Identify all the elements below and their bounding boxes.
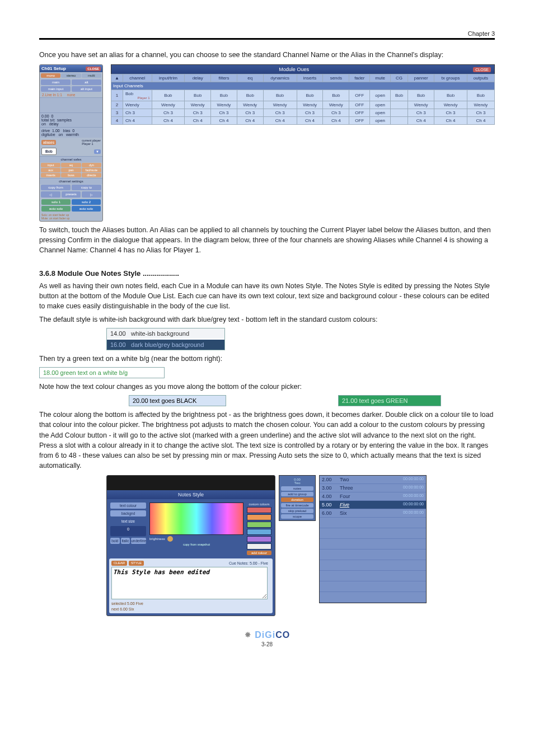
alt-btn[interactable]: alt [72, 79, 101, 85]
line-in: 2.Line In 1:1 [42, 93, 62, 97]
auto-solo1[interactable]: auto solo [41, 206, 71, 212]
table-row[interactable]: 1BobPlayer 1BobBobBobBobBobBobBobOFFopen… [111, 90, 495, 101]
swatch-greentxt: 21.00 text goes GREEN [338, 395, 441, 406]
bold-btn[interactable]: bold [110, 538, 120, 544]
style-p2: The default style is white-ish backgroun… [39, 314, 495, 325]
brightness-label: brightness [149, 537, 165, 541]
side-top: 0.00 Two [281, 477, 313, 485]
solo1[interactable]: solo 1 [41, 199, 71, 205]
main-input-btn[interactable]: main input [41, 86, 71, 92]
ch01-setup-panel: Ch01 Setup CLOSE mono stereo multi main … [39, 64, 103, 222]
side-timecode[interactable]: fire at timecode [281, 503, 313, 508]
channel-safes: input eq dyn aux pan fad/mute inserts bu… [40, 162, 102, 178]
selected-cue-label: selected 5.00 Five [111, 602, 270, 605]
between-1: Then try a green text on a white b/g (ne… [39, 354, 495, 364]
auto-solo2[interactable]: auto solo [72, 206, 101, 212]
between-3: The colour along the bottom is affected … [39, 410, 495, 471]
tab-mono[interactable]: mono [41, 73, 60, 78]
list-item[interactable]: 6.00Six00:00:00:00 [320, 509, 426, 518]
alias-value[interactable]: Bob [41, 148, 57, 155]
page-number: 3-28 [39, 641, 495, 647]
brand-logo: ⁕ DiGiCO [39, 630, 495, 640]
table-header: ▲ channel input/trim delay filters eq dy… [111, 74, 495, 82]
side-preload[interactable]: skip preload [281, 509, 313, 513]
copy-from-snapshot[interactable]: copy from snapshot [149, 543, 243, 546]
routing-area [40, 97, 102, 112]
solo2[interactable]: solo 2 [72, 199, 101, 205]
list-item[interactable]: 5.00Five00:00:00:00 [320, 501, 426, 509]
custom-label: custom colours [247, 503, 271, 506]
next-cue-label: next 6.00 Six [111, 607, 270, 611]
current-player[interactable]: current player Player 1 [82, 139, 101, 145]
table-row[interactable]: 3Ch 3Ch 3Ch 3Ch 3Ch 3Ch 3Ch 3Ch 3OFFopen… [111, 109, 495, 117]
module-title: Module Oues [115, 67, 473, 72]
close-button[interactable]: CLOSE [86, 67, 101, 71]
aliases-button[interactable]: aliases [41, 140, 56, 145]
category-row: Input Channels [111, 82, 495, 90]
notes-style-panel: Notes Style text colour backgnd text siz… [106, 475, 275, 616]
swatch-dark: 16.00 dark blue/grey background [107, 340, 224, 350]
list-item[interactable]: 3.00Three00:00:00:00 [320, 484, 426, 492]
digitube-block: drive 1.00 bias 0 digitube on warmth [40, 127, 102, 138]
alias-dropdown[interactable]: ▼ [94, 149, 101, 154]
line-alt: none [67, 93, 75, 97]
underline-btn[interactable]: underline [131, 538, 146, 544]
prev-preset[interactable]: ◁ [41, 191, 60, 198]
text-size-label: text size [110, 518, 146, 524]
tab-stereo[interactable]: stereo [61, 73, 81, 78]
italic-btn[interactable]: italic [121, 538, 130, 544]
intro-1: Once you have set an alias for a channel… [39, 50, 495, 60]
cue-side-panel: 0.00 Two notes add to group duration fir… [279, 475, 316, 521]
swatch-black: 20.00 text goes BLACK [129, 395, 226, 406]
notes-title: Notes Style [107, 490, 275, 499]
cue-notes-label: Cue Notes: 5.00 - Five [227, 561, 270, 566]
list-item[interactable]: 4.00Four00:00:00:00 [320, 492, 426, 501]
safes-header: channel safes [40, 156, 102, 162]
rule-top [39, 38, 495, 40]
module-oues-panel: Module Oues CLOSE ▲ channel input/trim d… [111, 64, 495, 125]
side-duration[interactable]: duration [281, 497, 313, 502]
tab-multi[interactable]: multi [82, 73, 101, 78]
delay-block: 0.00 0 total s/c samples on delay [40, 112, 102, 127]
list-item[interactable]: 2.00Two00:00:00:00 [320, 476, 426, 484]
add-colour-btn[interactable]: add colour [247, 551, 271, 555]
alt-input-btn[interactable]: alt input [72, 86, 101, 92]
setup-footer: Solo: on start fader up Mute: on start f… [40, 213, 102, 221]
notes-textarea[interactable] [111, 567, 268, 599]
table-row[interactable]: 4Ch 4Ch 4Ch 4Ch 4Ch 4Ch 4Ch 4Ch 4OFFopen… [111, 117, 495, 125]
swatch-pair-1: 14.00 white-ish background 16.00 dark bl… [106, 328, 225, 350]
side-addgroup[interactable]: add to group [281, 492, 313, 496]
swatch-green: 18.00 green text on a white b/g [39, 367, 165, 378]
backgnd-btn[interactable]: backgnd [110, 510, 146, 516]
copy-to[interactable]: copy to [72, 185, 101, 190]
text-colour-btn[interactable]: text colour [110, 503, 146, 509]
panel-title: Ch01 Setup [41, 66, 66, 71]
chapter-head: Chapter 3 [39, 30, 495, 37]
style-p1: As well as having their own notes field,… [39, 281, 495, 311]
settings-header: channel settings [40, 178, 102, 184]
main-btn[interactable]: main [41, 79, 71, 85]
between-2: Note how the text colour changes as you … [39, 382, 495, 392]
copy-from[interactable]: copy from [41, 185, 71, 190]
colour-picker[interactable] [149, 503, 243, 535]
aliases-tip: To switch, touch the Aliases button. An … [39, 225, 495, 255]
cue-list: 2.00Two00:00:00:003.00Three00:00:00:004.… [319, 475, 427, 603]
presets-btn[interactable]: presets [62, 191, 81, 198]
close-button[interactable]: CLOSE [473, 67, 491, 72]
section-heading: 3.6.8 Module Oue Notes Style ...........… [39, 269, 495, 278]
brightness-pot[interactable] [167, 536, 173, 542]
side-notes[interactable]: notes [281, 486, 313, 491]
swatch-white: 14.00 white-ish background [107, 328, 224, 339]
style-btn[interactable]: STYLE [129, 561, 144, 566]
size-value-box[interactable]: 0 [110, 526, 146, 536]
side-scope[interactable]: scope [281, 514, 313, 519]
table-row[interactable]: 2WendyWendyWendyWendyWendyWendyWendyWend… [111, 101, 495, 109]
next-preset[interactable]: ▷ [82, 191, 101, 198]
clear-btn[interactable]: CLEAR [111, 561, 127, 566]
